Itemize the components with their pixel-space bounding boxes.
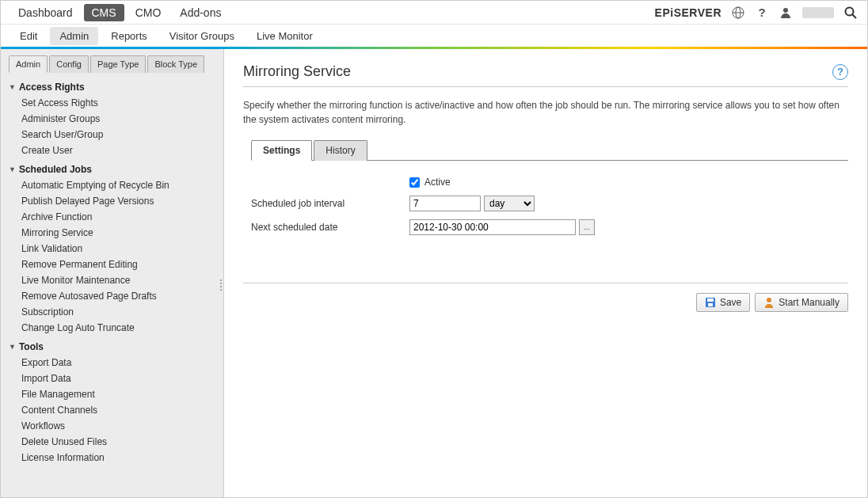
tree-item-remove-autosaved-page-drafts[interactable]: Remove Autosaved Page Drafts <box>9 288 215 304</box>
save-button-label: Save <box>720 297 741 308</box>
svg-line-5 <box>853 14 857 18</box>
sub-nav-live-monitor[interactable]: Live Monitor <box>247 27 322 45</box>
tree-group-access-rights[interactable]: ▼Access Rights <box>9 79 215 95</box>
tree-group-scheduled-jobs[interactable]: ▼Scheduled Jobs <box>9 162 215 177</box>
page-title: Mirroring Service <box>243 63 351 80</box>
top-nav-cmo[interactable]: CMO <box>128 4 169 21</box>
page-description: Specify whether the mirroring function i… <box>243 98 848 127</box>
detail-tab-settings[interactable]: Settings <box>251 140 312 161</box>
tree-item-archive-function[interactable]: Archive Function <box>9 209 215 225</box>
user-name-placeholder <box>802 7 834 18</box>
tree-item-search-user-group[interactable]: Search User/Group <box>9 127 215 143</box>
top-nav-add-ons[interactable]: Add-ons <box>172 4 229 21</box>
tree-item-workflows[interactable]: Workflows <box>9 418 215 434</box>
page-help-icon[interactable]: ? <box>832 64 848 80</box>
search-icon[interactable] <box>843 6 858 20</box>
top-nav-dashboard[interactable]: Dashboard <box>10 4 81 21</box>
tree-item-content-channels[interactable]: Content Channels <box>9 402 215 418</box>
tree-item-file-management[interactable]: File Management <box>9 386 215 402</box>
active-label: Active <box>424 177 451 188</box>
globe-icon[interactable] <box>731 6 745 20</box>
tree-item-link-validation[interactable]: Link Validation <box>9 241 215 257</box>
interval-unit-select[interactable]: day <box>484 196 535 211</box>
brand-logo: EPiSERVER <box>655 6 721 19</box>
tree-item-export-data[interactable]: Export Data <box>9 355 215 371</box>
caret-down-icon: ▼ <box>9 165 16 173</box>
svg-point-9 <box>767 298 771 302</box>
interval-label: Scheduled job interval <box>251 198 409 209</box>
start-manually-button-label: Start Manually <box>779 297 839 308</box>
date-picker-button[interactable]: ... <box>579 219 595 235</box>
sub-nav-admin[interactable]: Admin <box>50 27 98 45</box>
start-manually-button[interactable]: Start Manually <box>755 293 848 312</box>
sub-nav-edit[interactable]: Edit <box>10 27 47 45</box>
tree-item-subscription[interactable]: Subscription <box>9 304 215 320</box>
sub-nav-visitor-groups[interactable]: Visitor Groups <box>160 27 244 45</box>
caret-down-icon: ▼ <box>9 343 16 351</box>
tree-item-remove-permanent-editing[interactable]: Remove Permanent Editing <box>9 257 215 272</box>
svg-point-3 <box>783 8 788 13</box>
tree-item-live-monitor-maintenance[interactable]: Live Monitor Maintenance <box>9 272 215 288</box>
sidebar-resize-handle[interactable] <box>219 273 223 297</box>
tree-item-mirroring-service[interactable]: Mirroring Service <box>9 225 215 241</box>
tree-item-change-log-auto-truncate[interactable]: Change Log Auto Truncate <box>9 320 215 336</box>
side-tab-block-type[interactable]: Block Type <box>147 55 204 73</box>
interval-input[interactable] <box>409 196 481 211</box>
sub-nav-reports[interactable]: Reports <box>101 27 157 45</box>
svg-point-4 <box>846 7 854 15</box>
user-icon[interactable] <box>779 6 793 20</box>
active-checkbox[interactable] <box>409 177 420 188</box>
caret-down-icon: ▼ <box>9 83 16 91</box>
tree-item-automatic-emptying-of-recycle-bin[interactable]: Automatic Emptying of Recycle Bin <box>9 177 215 193</box>
tree-item-import-data[interactable]: Import Data <box>9 371 215 386</box>
side-tab-admin[interactable]: Admin <box>9 55 48 73</box>
tree-item-license-information[interactable]: License Information <box>9 450 215 466</box>
tree-item-set-access-rights[interactable]: Set Access Rights <box>9 95 215 111</box>
detail-tab-history[interactable]: History <box>314 140 367 161</box>
side-tab-config[interactable]: Config <box>49 55 89 73</box>
svg-rect-7 <box>707 298 714 302</box>
tree-item-create-user[interactable]: Create User <box>9 143 215 158</box>
save-button[interactable]: Save <box>696 293 750 312</box>
top-nav-cms[interactable]: CMS <box>84 4 124 21</box>
tree-item-delete-unused-files[interactable]: Delete Unused Files <box>9 434 215 450</box>
save-icon <box>705 297 716 308</box>
help-icon[interactable]: ? <box>755 6 769 20</box>
tree-item-administer-groups[interactable]: Administer Groups <box>9 111 215 127</box>
svg-rect-8 <box>708 303 713 306</box>
tree-item-publish-delayed-page-versions[interactable]: Publish Delayed Page Versions <box>9 193 215 209</box>
next-date-input[interactable] <box>409 219 576 235</box>
next-date-label: Next scheduled date <box>251 222 409 233</box>
tree-group-tools[interactable]: ▼Tools <box>9 339 215 355</box>
person-icon <box>763 297 775 308</box>
side-tab-page-type[interactable]: Page Type <box>90 55 146 73</box>
